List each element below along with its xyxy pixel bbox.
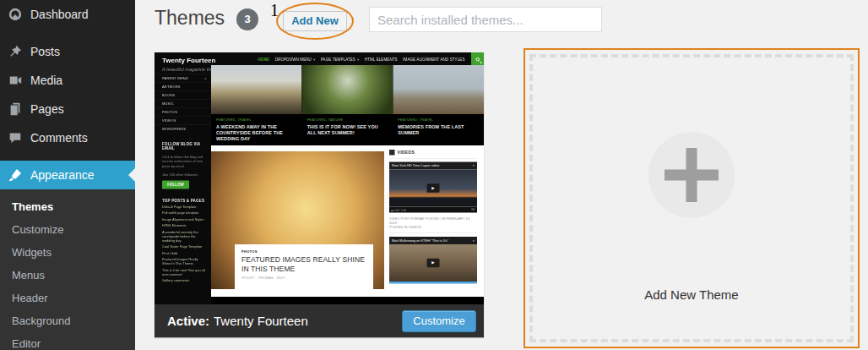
preview-menu-item: PHOTOS	[155, 107, 211, 116]
submenu-item-header[interactable]: Header	[0, 287, 135, 309]
preview-nav-item: HOME	[258, 57, 269, 62]
add-new-button[interactable]: Add New	[283, 11, 347, 31]
submenu-item-widgets[interactable]: Widgets	[0, 241, 135, 264]
add-new-theme-panel[interactable]: Add New Theme	[524, 48, 860, 348]
video-title-bar: New York HD Time Lapse video <	[389, 162, 477, 170]
sidebar-item-appearance[interactable]: Appearance	[0, 161, 135, 189]
pushpin-icon	[8, 44, 23, 59]
appearance-submenu: Themes Customize Widgets Menus Header Ba…	[0, 189, 135, 350]
submenu-item-themes[interactable]: Themes	[0, 195, 135, 218]
follow-button: FOLLOW	[162, 181, 189, 189]
preview-search-button	[471, 52, 484, 66]
top-posts-link: A wonderful serenity the countryside bef…	[162, 230, 205, 243]
submenu-item-customize[interactable]: Customize	[0, 218, 135, 241]
preview-menu-item: WORDPRESS	[155, 124, 211, 133]
sidebar-separator	[0, 29, 135, 37]
theme-screenshot-content: Twenty Fourteen A beautiful magazine the…	[155, 52, 484, 304]
video-caption: VIDEO POST FORMAT POSTED ON FEBRUARY 13,…	[389, 216, 477, 233]
active-item-arrow	[122, 168, 135, 182]
media-icon	[8, 73, 23, 88]
featured-post: FEATURED, TRAVEL A WEEKEND AWAY IN THE C…	[211, 65, 302, 145]
featured-label: FEATURED, TRAVEL	[216, 118, 297, 122]
submenu-item-background[interactable]: Background	[0, 309, 135, 332]
preview-main: FEATURED, TRAVEL A WEEKEND AWAY IN THE C…	[211, 65, 484, 304]
featured-label: FEATURED, TRAVEL	[398, 118, 479, 122]
featured-image-lake	[211, 65, 302, 114]
featured-title: MEMORIES FROM THE LAST SUMMER	[398, 123, 479, 135]
chevron-down-icon: ▾	[357, 57, 359, 62]
top-posts-link: Default Page Template	[162, 205, 205, 209]
theme-count-badge: 3	[236, 8, 258, 30]
featured-image-grass	[302, 65, 393, 114]
follow-heading: FOLLOW BLOG VIA EMAIL	[162, 142, 205, 150]
preview-site-title: Twenty Fourteen	[162, 57, 215, 64]
preview-nav-item: PAGE TEMPLATES	[321, 57, 355, 62]
annotation-step-number: 1	[270, 1, 279, 20]
sidebar-item-dashboard[interactable]: Dashboard	[0, 0, 135, 29]
comment-bubble-icon	[8, 130, 23, 145]
featured-label: FEATURED, NATURE	[307, 118, 388, 122]
video-thumbnail-office: ▶	[389, 244, 477, 282]
hero-post: PHOTOS FEATURED IMAGES REALLY SHINE IN T…	[211, 145, 384, 297]
share-icon: <	[473, 237, 475, 244]
featured-title: A WEEKEND AWAY IN THE COUNTRYSIDE BEFORE…	[216, 123, 297, 141]
active-label: Active:	[167, 314, 209, 328]
video-post: New York HD Time Lapse video < ▶ ▶ 0:00 …	[389, 162, 477, 234]
sidebar-item-label: Media	[30, 74, 62, 87]
preview-menu-item: VIDEOS	[155, 116, 211, 124]
hero-image-sunlight: PHOTOS FEATURED IMAGES REALLY SHINE IN T…	[211, 151, 384, 289]
preview-follow-widget: FOLLOW BLOG VIA EMAIL Click to follow th…	[155, 142, 211, 283]
sidebar-item-label: Dashboard	[30, 8, 89, 21]
pages-icon	[8, 101, 23, 117]
preview-nav-item: DROPDOWN MENU	[275, 57, 312, 62]
search-input[interactable]	[369, 7, 602, 32]
video-thumbnail-nyc: ▶	[389, 170, 477, 207]
top-posts-heading: TOP POSTS & PAGES	[162, 199, 205, 203]
featured-post: FEATURED, TRAVEL MEMORIES FROM THE LAST …	[393, 65, 484, 145]
share-icon: <	[473, 162, 475, 170]
play-icon: ▶	[427, 183, 440, 193]
sidebar-item-posts[interactable]: Posts	[0, 37, 135, 66]
follow-count: Join 156 other followers	[162, 172, 205, 178]
preview-menu-item: ARTWORK	[155, 82, 211, 90]
featured-title: THIS IS IT FOR NOW! SEE YOU ALL NEXT SUM…	[307, 123, 388, 135]
hero-title: FEATURED IMAGES REALLY SHINE IN THIS THE…	[241, 255, 366, 273]
page-title: Themes	[155, 7, 225, 30]
add-new-theme-label: Add New Theme	[533, 287, 850, 302]
follow-text: Click to follow this blog and receive no…	[162, 155, 205, 169]
preview-nav-item: IMAGE ALIGNMENT AND STYLES	[403, 57, 464, 62]
customize-button[interactable]: Customize	[402, 310, 476, 332]
submenu-item-editor[interactable]: Editor	[0, 332, 135, 350]
sidebar-item-comments[interactable]: Comments	[0, 123, 135, 152]
dashed-border: Add New Theme	[529, 54, 854, 342]
chevron-down-icon: ▾	[313, 57, 315, 62]
preview-nav-item: HTML ELEMENTS	[365, 57, 398, 62]
top-posts-link: Image Alignment and Styles	[162, 217, 205, 221]
dashboard-icon	[8, 7, 23, 22]
paintbrush-icon	[8, 167, 23, 183]
hero-category: PHOTOS	[241, 249, 366, 254]
hero-card: PHOTOS FEATURED IMAGES REALLY SHINE IN T…	[235, 244, 373, 290]
section-square-icon	[389, 150, 395, 156]
featured-image-pier	[393, 65, 484, 114]
theme-screenshot[interactable]: Twenty Fourteen A beautiful magazine the…	[155, 52, 484, 304]
featured-post: FEATURED, NATURE THIS IS IT FOR NOW! SEE…	[302, 65, 393, 145]
hero-meta: STICKY · THOMAS · EDIT	[241, 276, 366, 281]
video-progress-bar	[389, 282, 477, 284]
sidebar-item-label: Appearance	[30, 168, 95, 182]
featured-grid: FEATURED, TRAVEL A WEEKEND AWAY IN THE C…	[211, 65, 484, 145]
preview-menu-item: MUSIC	[155, 99, 211, 107]
active-theme-name: Twenty Fourteen	[214, 314, 308, 328]
admin-sidebar: Dashboard Posts Media Pages Comments App…	[0, 0, 135, 350]
sidebar-item-media[interactable]: Media	[0, 66, 135, 95]
submenu-item-menus[interactable]: Menus	[0, 264, 135, 287]
videos-section-header: VIDEOS	[389, 145, 477, 159]
sidebar-separator	[0, 152, 135, 161]
top-posts-link: Featured Images Really Shine In This The…	[162, 258, 205, 266]
theme-card-twenty-fourteen: Twenty Fourteen A beautiful magazine the…	[155, 52, 484, 337]
chevron-right-icon: ▸	[205, 74, 207, 83]
active-theme-bar: Active: Twenty Fourteen Customize	[155, 304, 484, 337]
sidebar-item-pages[interactable]: Pages	[0, 95, 135, 123]
preview-menu-item: BOOKS	[155, 90, 211, 99]
preview-nav: HOME DROPDOWN MENU ▾ PAGE TEMPLATES ▾ HT…	[258, 52, 484, 66]
